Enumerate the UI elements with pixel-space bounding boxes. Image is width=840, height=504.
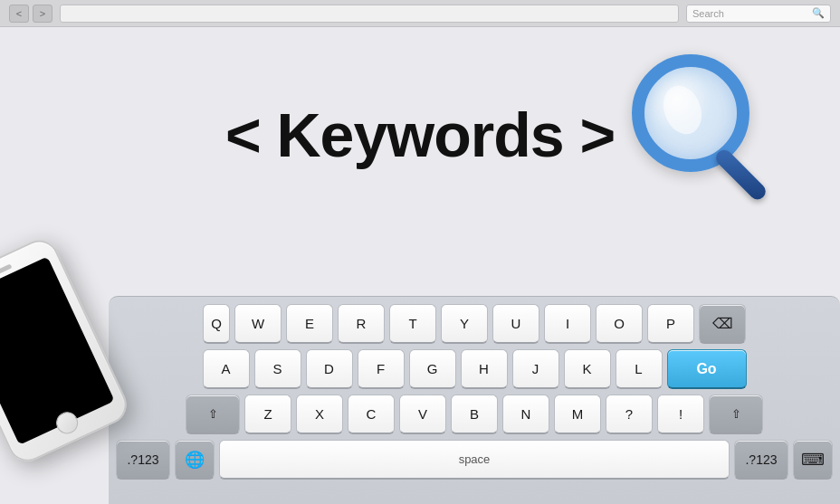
key-h[interactable]: H [461, 349, 508, 389]
keyboard-row-1: Q W E R T Y U I O P ⌫ [116, 304, 833, 344]
back-button[interactable]: < [9, 5, 29, 23]
emoji-key[interactable]: 🌐 [175, 440, 215, 480]
key-v[interactable]: V [399, 395, 446, 434]
search-placeholder: Search [692, 8, 808, 19]
search-bar[interactable]: Search 🔍 [686, 5, 831, 23]
browser-bar: < > Search 🔍 [0, 0, 840, 27]
address-bar[interactable] [60, 5, 679, 23]
forward-button[interactable]: > [33, 5, 52, 23]
space-key[interactable]: space [219, 440, 730, 480]
key-j[interactable]: J [512, 349, 559, 389]
key-t[interactable]: T [389, 304, 436, 344]
key-s[interactable]: S [254, 349, 301, 389]
search-icon: 🔍 [812, 7, 825, 19]
key-question[interactable]: ? [606, 395, 653, 434]
key-l[interactable]: L [616, 349, 663, 389]
key-q[interactable]: Q [203, 304, 230, 344]
magnifier-illustration [632, 54, 795, 217]
numbers-key-right[interactable]: .?123 [734, 440, 788, 480]
key-d[interactable]: D [306, 349, 353, 389]
go-button[interactable]: Go [667, 349, 747, 389]
keyboard-row-4: .?123 🌐 space .?123 ⌨ [116, 440, 833, 480]
key-m[interactable]: M [554, 395, 601, 434]
numbers-key-left[interactable]: .?123 [116, 440, 170, 480]
backspace-key[interactable]: ⌫ [699, 304, 746, 344]
key-n[interactable]: N [502, 395, 549, 434]
key-x[interactable]: X [296, 395, 343, 434]
key-c[interactable]: C [348, 395, 395, 434]
keyboard-row-3: ⇧ Z X C V B N M ? ! ⇧ [116, 395, 833, 434]
shift-left-key[interactable]: ⇧ [186, 395, 240, 434]
key-exclamation[interactable]: ! [657, 395, 704, 434]
key-u[interactable]: U [492, 304, 539, 344]
keyboard-icon-key[interactable]: ⌨ [793, 440, 833, 480]
key-g[interactable]: G [409, 349, 456, 389]
shift-right-key[interactable]: ⇧ [709, 395, 763, 434]
key-b[interactable]: B [451, 395, 498, 434]
phone-body [0, 233, 133, 468]
main-content: < Keywords > Q W E R T Y U I O P ⌫ [0, 27, 840, 504]
key-f[interactable]: F [358, 349, 405, 389]
key-e[interactable]: E [286, 304, 333, 344]
key-y[interactable]: Y [441, 304, 488, 344]
nav-buttons: < > [9, 5, 52, 23]
key-o[interactable]: O [596, 304, 643, 344]
key-i[interactable]: I [544, 304, 591, 344]
keyboard-row-2: A S D F G H J K L Go [116, 349, 833, 389]
key-a[interactable]: A [203, 349, 250, 389]
key-w[interactable]: W [234, 304, 282, 344]
key-z[interactable]: Z [244, 395, 291, 434]
magnifier-reflection [657, 81, 708, 139]
keyboard: Q W E R T Y U I O P ⌫ A S D F G H J K L … [109, 296, 840, 504]
key-p[interactable]: P [647, 304, 694, 344]
key-k[interactable]: K [564, 349, 611, 389]
magnifier-handle [712, 147, 768, 203]
key-r[interactable]: R [338, 304, 385, 344]
